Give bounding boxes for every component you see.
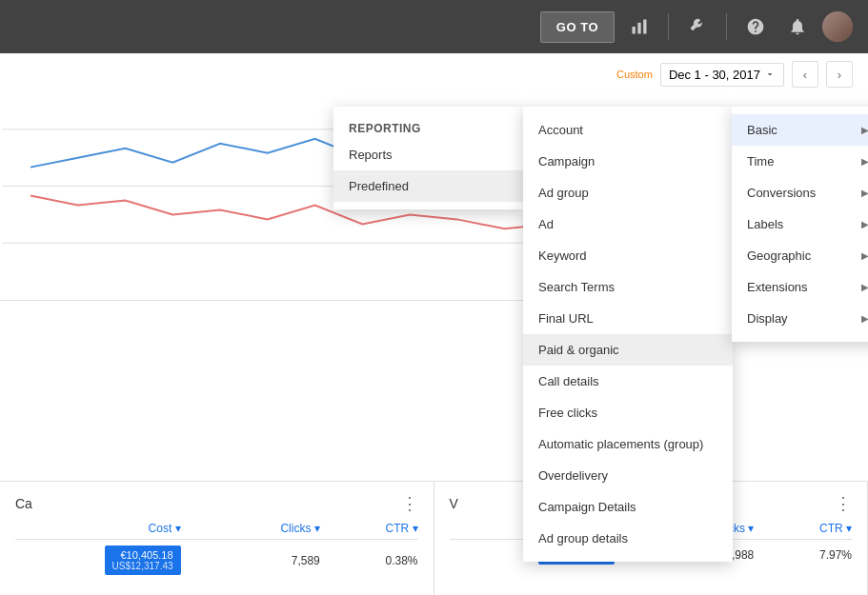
dim-overdelivery[interactable]: Overdelivery xyxy=(523,460,733,491)
card1-table-header: Cost ▾ Clicks ▾ CTR ▾ xyxy=(15,522,418,540)
dim-call-details[interactable]: Call details xyxy=(523,366,733,397)
sub-labels-label: Labels xyxy=(747,217,783,231)
sub-display[interactable]: Display ▶ xyxy=(732,303,868,334)
sub-labels[interactable]: Labels ▶ xyxy=(732,208,868,240)
card2-ctr-value: 7.97% xyxy=(769,548,852,562)
sub-basic[interactable]: Basic ▶ xyxy=(732,114,868,146)
geographic-arrow-icon: ▶ xyxy=(861,250,868,261)
card1-clicks-value: 7,589 xyxy=(196,554,320,567)
reporting-menu: REPORTING Reports Predefined xyxy=(333,107,524,209)
top-bar: GO TO xyxy=(0,0,868,53)
predefined-menu-item[interactable]: Predefined xyxy=(333,170,524,202)
reporting-menu-header: REPORTING xyxy=(333,114,524,139)
basic-arrow-icon: ▶ xyxy=(861,125,868,135)
custom-label: Custom xyxy=(616,69,653,80)
card1-data-row: €10,405.18 US$12,317.43 7,589 0.38% xyxy=(15,545,418,575)
dim-final-url[interactable]: Final URL xyxy=(523,303,733,334)
card1-cost-header[interactable]: Cost ▾ xyxy=(15,522,181,535)
card1-clicks-header[interactable]: Clicks ▾ xyxy=(196,522,320,535)
dim-auto-placements[interactable]: Automatic placements (group) xyxy=(523,428,733,460)
dim-search-terms[interactable]: Search Terms xyxy=(523,271,733,303)
sub-conversions[interactable]: Conversions ▶ xyxy=(732,177,868,208)
extensions-arrow-icon: ▶ xyxy=(861,282,868,292)
svg-rect-0 xyxy=(633,27,636,34)
card2-ctr-header[interactable]: CTR ▾ xyxy=(769,522,852,535)
date-range-text: Dec 1 - 30, 2017 xyxy=(669,68,760,82)
date-range-selector[interactable]: Dec 1 - 30, 2017 xyxy=(660,63,784,87)
basic-submenu: Basic ▶ Time ▶ Conversions ▶ Labels ▶ Ge… xyxy=(732,107,868,342)
dim-campaign[interactable]: Campaign xyxy=(523,146,733,177)
date-next-button[interactable]: › xyxy=(826,61,853,88)
chart-icon[interactable] xyxy=(622,10,656,44)
sub-basic-label: Basic xyxy=(747,123,777,137)
card1-ctr-header[interactable]: CTR ▾ xyxy=(335,522,418,535)
sub-geographic-label: Geographic xyxy=(747,248,811,263)
card1-cost-value: €10,405.18 US$12,317.43 xyxy=(15,545,181,575)
dim-keyword[interactable]: Keyword xyxy=(523,240,733,271)
card1-ctr-value: 0.38% xyxy=(335,554,418,567)
card2-menu-icon[interactable]: ⋮ xyxy=(835,493,852,514)
dim-campaign-details[interactable]: Campaign Details xyxy=(523,491,733,523)
conversions-arrow-icon: ▶ xyxy=(861,188,868,198)
svg-rect-1 xyxy=(637,23,640,34)
sub-extensions[interactable]: Extensions ▶ xyxy=(732,271,868,303)
card1-menu-icon[interactable]: ⋮ xyxy=(401,493,418,514)
wrench-icon[interactable] xyxy=(680,10,715,44)
dim-free-clicks[interactable]: Free clicks xyxy=(523,397,733,428)
reports-menu-item[interactable]: Reports xyxy=(333,139,524,170)
date-bar: Custom Dec 1 - 30, 2017 ‹ › xyxy=(601,53,868,95)
card1-header: Ca ⋮ xyxy=(15,493,418,514)
help-icon[interactable] xyxy=(738,10,773,44)
bell-icon[interactable] xyxy=(780,10,815,44)
avatar[interactable] xyxy=(822,11,853,42)
dim-account[interactable]: Account xyxy=(523,114,733,146)
sub-time[interactable]: Time ▶ xyxy=(732,146,868,177)
sub-time-label: Time xyxy=(747,154,774,169)
stats-area: Ca ⋮ Cost ▾ Clicks ▾ CTR ▾ €10,405.18 US… xyxy=(0,481,868,595)
labels-arrow-icon: ▶ xyxy=(861,219,868,229)
stats-card-1: Ca ⋮ Cost ▾ Clicks ▾ CTR ▾ €10,405.18 US… xyxy=(0,482,434,595)
time-arrow-icon: ▶ xyxy=(861,156,868,167)
display-arrow-icon: ▶ xyxy=(861,313,868,324)
dim-adgroup[interactable]: Ad group xyxy=(523,177,733,208)
goto-button[interactable]: GO TO xyxy=(540,11,615,43)
sub-geographic[interactable]: Geographic ▶ xyxy=(732,240,868,271)
dimension-menu: Account Campaign Ad group Ad Keyword Sea… xyxy=(523,107,733,562)
dim-ad[interactable]: Ad xyxy=(523,208,733,240)
dim-adgroup-details[interactable]: Ad group details xyxy=(523,523,733,554)
sub-extensions-label: Extensions xyxy=(747,280,808,294)
card1-cost-sub: US$12,317.43 xyxy=(112,561,173,571)
card1-cost-main: €10,405.18 xyxy=(112,549,173,561)
card2-title: V xyxy=(450,496,458,511)
svg-rect-2 xyxy=(643,20,646,34)
date-prev-button[interactable]: ‹ xyxy=(792,61,818,88)
card1-title: Ca xyxy=(15,496,32,511)
card1-cost-box: €10,405.18 US$12,317.43 xyxy=(105,545,181,575)
divider1 xyxy=(668,13,669,40)
content-area: Custom Dec 1 - 30, 2017 ‹ › 0.00 0.00 30… xyxy=(0,53,868,595)
divider2 xyxy=(726,13,727,40)
dim-paid-organic[interactable]: Paid & organic xyxy=(523,334,733,366)
sub-display-label: Display xyxy=(747,311,788,326)
sub-conversions-label: Conversions xyxy=(747,186,816,200)
